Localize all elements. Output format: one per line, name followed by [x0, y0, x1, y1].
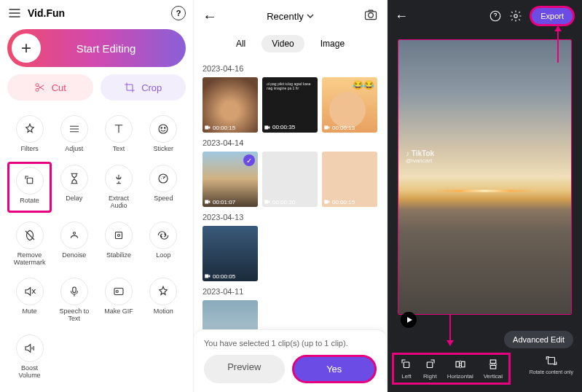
svg-rect-30 — [490, 366, 496, 369]
tool-adjust[interactable]: Adjust — [52, 112, 96, 156]
crop-button[interactable]: Crop — [101, 74, 186, 101]
svg-rect-10 — [73, 287, 76, 293]
rotate-vertical-button[interactable]: Vertical — [479, 356, 507, 381]
tool-stabilize[interactable]: Stabilize — [97, 219, 141, 270]
cut-button[interactable]: Cut — [7, 74, 93, 101]
video-thumbnail[interactable]: 00:01:07✓ — [202, 152, 258, 207]
menu-icon[interactable] — [7, 6, 22, 20]
gallery-scroll[interactable]: 2023-04-1600:00:15ol pag pikit tulog aga… — [194, 60, 387, 329]
crop-icon — [124, 82, 135, 93]
editor-back-button[interactable]: ← — [395, 9, 408, 24]
advanced-edit-button[interactable]: Advanced Edit — [504, 331, 573, 348]
video-thumbnail[interactable]: 00:00:15 — [322, 152, 377, 207]
tool-boost-volume[interactable]: BoostVolume — [7, 332, 52, 383]
rotate-toolbar: LeftRightHorizontalVertical Rotate conte… — [388, 347, 582, 392]
tool-denoise[interactable]: Denoise — [52, 219, 96, 270]
video-thumbnail[interactable]: 00:00:05 — [202, 226, 258, 281]
rotate-right-button[interactable]: Right — [419, 356, 441, 381]
tool-text[interactable]: Text — [97, 112, 141, 156]
text-icon — [105, 115, 133, 143]
svg-point-4 — [165, 128, 166, 129]
tool-delay[interactable]: Delay — [52, 162, 96, 213]
rotate-left-icon — [400, 358, 413, 371]
video-thumbnail[interactable]: 😂😂00:00:13 — [322, 77, 377, 133]
date-group-label: 2023-04-16 — [202, 64, 378, 73]
preview-button[interactable]: Preview — [204, 355, 285, 383]
start-editing-button[interactable]: + Start Editing — [7, 29, 186, 67]
svg-point-24 — [514, 15, 518, 18]
gallery-sort-dropdown[interactable]: Recently — [223, 11, 358, 22]
selection-bar: You have selected 1 clip(s) (up to 1 cli… — [194, 329, 387, 392]
svg-rect-19 — [264, 200, 268, 204]
tool-motion[interactable]: Motion — [141, 275, 186, 326]
svg-point-14 — [369, 13, 374, 18]
svg-rect-29 — [490, 360, 496, 364]
tool-mute[interactable]: Mute — [7, 275, 52, 326]
svg-rect-20 — [324, 200, 328, 204]
thumbnail-row: 00:00:05 — [202, 226, 378, 281]
tool-speed[interactable]: Speed — [141, 162, 186, 213]
svg-rect-26 — [428, 362, 433, 368]
home-header: Vid.Fun ? — [0, 0, 193, 26]
export-button[interactable]: Export — [530, 6, 575, 26]
svg-point-7 — [73, 232, 75, 234]
rotate-icon — [16, 167, 44, 195]
svg-rect-28 — [461, 361, 465, 367]
tool-extract-audio[interactable]: ExtractAudio — [97, 162, 141, 213]
video-thumbnail[interactable] — [202, 300, 258, 329]
rotate-content-only-button[interactable]: Rotate content only — [525, 353, 578, 385]
video-thumbnail[interactable]: ol pag pikit tulog agad kase nag imagine… — [262, 77, 318, 133]
tool-loop[interactable]: Loop — [141, 219, 186, 270]
tab-video[interactable]: Video — [261, 35, 304, 52]
video-icon — [264, 198, 271, 205]
date-group-label: 2023-04-13 — [202, 213, 378, 222]
svg-rect-31 — [548, 358, 554, 364]
rotate-left-button[interactable]: Left — [396, 356, 417, 381]
editor-help-icon[interactable] — [489, 9, 502, 23]
stabilize-icon — [105, 222, 133, 249]
tool-sticker[interactable]: Sticker — [141, 112, 186, 156]
editor-pane: ← Export ♪ TikTok @ivancart Advanced Edi… — [388, 0, 582, 392]
tool-filters[interactable]: Filters — [7, 112, 52, 156]
rotate-horizontal-button[interactable]: Horizontal — [443, 356, 478, 381]
tool-speech-to-text[interactable]: Speech toText — [52, 275, 96, 326]
svg-rect-8 — [116, 232, 122, 238]
speed-icon — [149, 165, 177, 192]
video-thumbnail[interactable]: 00:00:15 — [202, 77, 258, 133]
svg-point-3 — [161, 128, 162, 129]
make-gif-icon — [105, 278, 133, 305]
help-icon[interactable]: ? — [171, 6, 186, 20]
svg-rect-21 — [205, 275, 208, 278]
tools-grid: FiltersAdjustTextStickerRotateDelayExtra… — [0, 108, 193, 387]
watermark: ♪ TikTok @ivancart — [406, 149, 434, 164]
chevron-down-icon — [307, 12, 314, 20]
svg-rect-27 — [456, 361, 460, 367]
thumbnail-row: 00:01:07✓00:00:3000:00:15 — [202, 152, 378, 207]
tab-image[interactable]: Image — [310, 35, 355, 52]
tool-rotate[interactable]: Rotate — [7, 162, 52, 213]
back-button[interactable]: ← — [202, 8, 217, 25]
svg-point-9 — [118, 234, 120, 236]
tab-all[interactable]: All — [226, 35, 256, 52]
rotate-right-icon — [423, 358, 436, 371]
yes-button[interactable]: Yes — [292, 355, 377, 383]
tool-remove-watermark[interactable]: RemoveWatermark — [7, 219, 52, 270]
svg-rect-18 — [205, 200, 208, 204]
svg-point-2 — [159, 125, 168, 133]
boost-volume-icon — [16, 334, 44, 362]
adjust-icon — [60, 115, 88, 143]
scissors-icon — [34, 82, 46, 93]
video-preview[interactable]: ♪ TikTok @ivancart — [398, 39, 572, 315]
video-thumbnail[interactable]: 00:00:30 — [262, 152, 318, 207]
svg-rect-25 — [404, 362, 409, 368]
remove-watermark-icon — [16, 222, 44, 249]
quick-actions-row: Cut Crop — [0, 74, 193, 108]
camera-button[interactable] — [363, 7, 378, 25]
denoise-icon — [60, 222, 88, 249]
settings-icon[interactable] — [509, 9, 522, 23]
speech-to-text-icon — [60, 278, 88, 305]
play-button[interactable] — [401, 312, 417, 328]
tool-make-gif[interactable]: Make GIF — [97, 275, 141, 326]
sticker-icon — [149, 115, 177, 143]
editor-header: ← Export — [388, 0, 582, 32]
